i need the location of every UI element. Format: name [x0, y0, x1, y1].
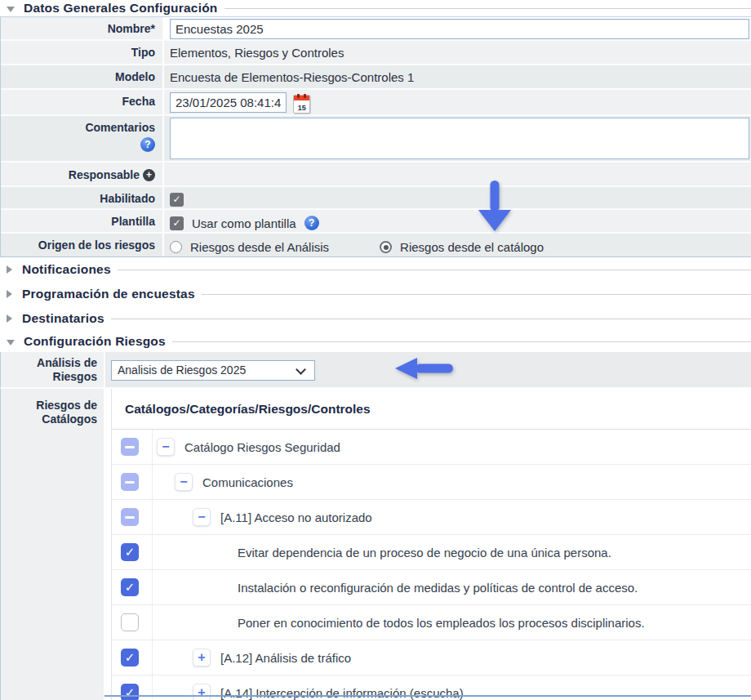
section-title: Destinatarios [22, 311, 104, 326]
tristate-checkbox[interactable] [121, 438, 139, 456]
survey-config-page: Datos Generales Configuración Nombre* Ti… [0, 0, 751, 700]
nombre-input[interactable] [170, 19, 749, 39]
row-checkbox[interactable]: ✓ [121, 684, 139, 700]
radio-option-catalogo[interactable]: Riesgos desde el catálogo [380, 240, 544, 254]
form-row-tipo: Tipo Elementos, Riesgos y Controles [1, 41, 751, 65]
row-content: −[A.11] Acceso no autorizado [153, 500, 751, 534]
row-label: Comunicaciones [202, 475, 293, 489]
row-checkbox[interactable]: ✓ [121, 578, 139, 596]
radio-icon[interactable] [380, 241, 392, 253]
section-notificaciones-header[interactable]: Notificaciones [0, 257, 751, 282]
fecha-input[interactable] [170, 92, 287, 113]
expand-toggle[interactable]: + [193, 649, 211, 667]
help-icon[interactable]: ? [140, 137, 155, 152]
section-programacion-header[interactable]: Programación de encuestas [0, 282, 751, 306]
row-label: [A.11] Acceso no autorizado [220, 511, 372, 524]
habilitado-label: Habilitado [1, 187, 164, 208]
datos-generales-form: Nombre* Tipo Elementos, Riesgos y Contro… [0, 16, 751, 257]
row-content: Instalación o reconfiguración de medidas… [153, 570, 751, 604]
table-row: ✓Evitar dependencia de un proceso de neg… [112, 535, 751, 570]
checkbox-cell: ✓ [112, 640, 153, 675]
radio-option-analisis[interactable]: Riesgos desde el Análisis [170, 240, 329, 254]
catalog-tree: −Catálogo Riesgos Seguridad−Comunicacion… [112, 430, 751, 700]
help-icon[interactable]: ? [304, 216, 319, 230]
responsable-label-cell: Responsable+ [1, 163, 164, 185]
annotation-arrow-left-icon [394, 357, 456, 380]
table-row: −[A.11] Acceso no autorizado [112, 500, 751, 535]
analisis-select[interactable]: Analisis de Riesgos 2025 [111, 360, 315, 381]
row-content: −Comunicaciones [153, 465, 751, 499]
row-checkbox[interactable]: ✓ [121, 543, 139, 561]
analisis-select-value: Analisis de Riesgos 2025 [118, 363, 246, 377]
form-row-modelo: Modelo Encuesta de Elementos-Riesgos-Con… [1, 65, 751, 90]
radio-label: Riesgos desde el catálogo [400, 240, 544, 254]
analisis-label: Análisis de Riesgos [1, 352, 105, 387]
modelo-label: Modelo [1, 65, 164, 88]
fecha-label: Fecha [1, 90, 164, 114]
row-content: Poner en conocimiento de todos los emple… [153, 605, 751, 640]
nombre-label: Nombre* [1, 17, 164, 39]
catalog-table-header: Catálogos/Categorías/Riesgos/Controles [112, 389, 751, 430]
expand-toggle[interactable]: + [193, 684, 211, 700]
table-row: −Comunicaciones [112, 465, 751, 500]
catalog-table: Catálogos/Categorías/Riesgos/Controles −… [111, 389, 751, 700]
plantilla-label: Plantilla [1, 210, 164, 232]
divider [224, 8, 751, 9]
section-destinatarios-header[interactable]: Destinatarios [0, 306, 751, 331]
row-label: Catálogo Riesgos Seguridad [184, 440, 340, 454]
form-row-fecha: Fecha 15 [1, 90, 751, 116]
form-row-nombre: Nombre* [1, 17, 751, 41]
form-row-plantilla: Plantilla ✓ Usar como plantilla ? [1, 210, 751, 234]
row-label: [A.12] Análisis de tráfico [220, 651, 351, 665]
divider [118, 270, 751, 270]
radio-label: Riesgos desde el Análisis [190, 240, 329, 254]
tipo-label: Tipo [1, 41, 164, 64]
table-row: ✓+[A.12] Análisis de tráfico [112, 640, 751, 675]
checkbox-cell [112, 430, 153, 464]
row-checkbox[interactable]: ✓ [121, 649, 139, 667]
divider [172, 341, 751, 342]
tristate-checkbox[interactable] [121, 473, 139, 491]
section-title: Programación de encuestas [22, 287, 195, 301]
comentarios-label: Comentarios [85, 121, 155, 134]
collapse-triangle-icon [7, 340, 15, 346]
calendar-icon[interactable]: 15 [293, 95, 310, 114]
table-row: −Catálogo Riesgos Seguridad [112, 430, 751, 465]
section-title: Configuración Riesgos [24, 334, 166, 349]
plantilla-checkbox-label: Usar como plantilla [192, 216, 296, 230]
expand-triangle-icon [7, 265, 12, 274]
responsable-value [164, 163, 751, 185]
divider [111, 319, 751, 319]
collapse-toggle[interactable]: − [193, 508, 211, 526]
expand-triangle-icon [7, 290, 12, 298]
section-title: Notificaciones [22, 262, 111, 277]
divider [202, 294, 751, 295]
add-responsable-icon[interactable]: + [143, 169, 155, 181]
section-title: Datos Generales Configuración [24, 1, 218, 16]
chevron-down-icon [296, 364, 306, 375]
analisis-riesgos-row: Análisis de Riesgos Analisis de Riesgos … [0, 352, 751, 389]
form-row-habilitado: Habilitado ✓ [1, 187, 751, 210]
tristate-checkbox[interactable] [121, 508, 139, 526]
row-content: Evitar dependencia de un proceso de nego… [153, 535, 751, 569]
table-row: ✓Instalación o reconfiguración de medida… [112, 570, 751, 605]
habilitado-checkbox[interactable]: ✓ [170, 193, 184, 207]
annotation-arrow-down-icon [477, 181, 513, 233]
row-checkbox[interactable] [121, 613, 139, 631]
checkbox-cell [112, 500, 153, 534]
form-row-origen: Origen de los riesgos Riesgos desde el A… [1, 234, 751, 257]
collapse-toggle[interactable]: − [175, 473, 193, 491]
table-bottom-border [104, 695, 751, 697]
section-configuracion-riesgos-header[interactable]: Configuración Riesgos [0, 331, 751, 352]
form-row-responsable: Responsable+ [1, 163, 751, 187]
comentarios-textarea[interactable] [170, 118, 749, 159]
row-label: Evitar dependencia de un proceso de nego… [238, 546, 611, 560]
expand-triangle-icon [7, 314, 12, 323]
checkbox-cell [112, 605, 153, 640]
row-label: Poner en conocimiento de todos los emple… [238, 616, 645, 630]
radio-icon[interactable] [170, 241, 182, 253]
plantilla-checkbox[interactable]: ✓ [170, 216, 184, 230]
section-datos-generales-header[interactable]: Datos Generales Configuración [0, 0, 751, 16]
collapse-toggle[interactable]: − [157, 438, 175, 456]
row-content: −Catálogo Riesgos Seguridad [153, 430, 751, 464]
